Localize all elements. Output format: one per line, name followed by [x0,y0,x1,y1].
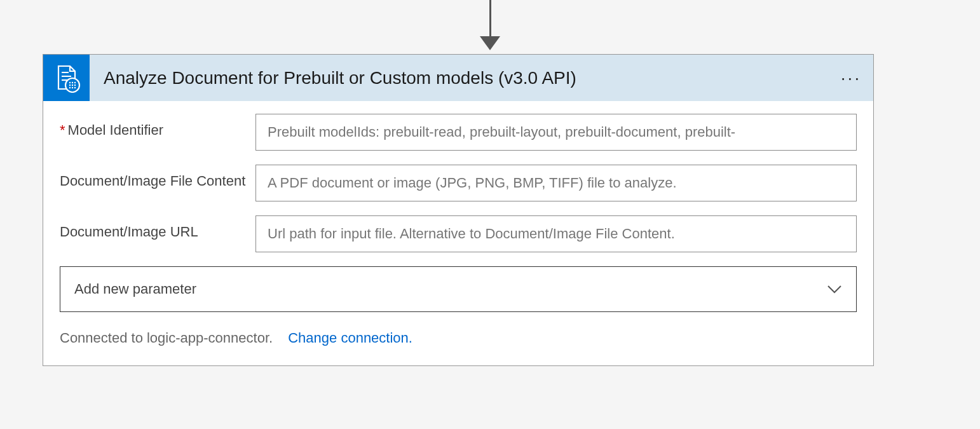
svg-point-6 [74,81,75,83]
svg-point-11 [71,86,72,88]
chevron-down-icon [827,285,842,294]
flow-arrow [480,0,500,54]
field-label: Document/Image URL [60,215,255,242]
model-identifier-input[interactable] [255,114,857,151]
document-ai-icon [43,55,90,101]
field-document-content: Document/Image File Content [60,165,857,201]
field-model-identifier: *Model Identifier [60,114,857,151]
add-parameter-dropdown[interactable]: Add new parameter [60,266,857,312]
field-label: Document/Image File Content [60,165,255,191]
more-menu-button[interactable]: ··· [829,55,873,101]
dropdown-label: Add new parameter [74,281,196,297]
document-url-input[interactable] [255,215,857,252]
document-content-input[interactable] [255,165,857,201]
svg-point-9 [74,84,75,85]
change-connection-link[interactable]: Change connection. [288,330,412,346]
field-label: *Model Identifier [60,114,255,140]
svg-point-5 [71,81,72,83]
svg-point-4 [69,81,70,83]
connection-status-text: Connected to logic-app-connector. [60,330,273,346]
svg-point-7 [69,84,70,85]
connection-footer: Connected to logic-app-connector. Change… [60,330,857,346]
card-title: Analyze Document for Prebuilt or Custom … [90,68,829,88]
svg-point-10 [69,86,70,88]
svg-point-8 [71,84,72,85]
action-card: Analyze Document for Prebuilt or Custom … [43,54,874,366]
field-document-url: Document/Image URL [60,215,857,252]
svg-point-12 [74,86,75,88]
required-asterisk: * [60,122,65,138]
card-body: *Model Identifier Document/Image File Co… [43,101,873,365]
card-header[interactable]: Analyze Document for Prebuilt or Custom … [43,55,873,101]
